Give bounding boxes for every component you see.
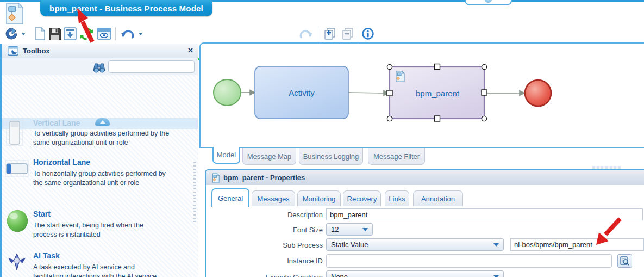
toolbox-item-description: A task executed by AI service and facili… xyxy=(33,263,159,277)
instance-id-label: Instance ID xyxy=(225,257,323,265)
toolbox-item-description: The start event, being fired when the pr… xyxy=(33,221,169,239)
toolbox-item-description: To horizontally group activities perform… xyxy=(33,169,168,188)
vertical-lane-icon xyxy=(6,120,23,148)
toolbox-panel: Toolbox ✕ xyxy=(0,44,198,277)
new-window-minus-icon[interactable] xyxy=(340,27,354,41)
tab-message-map[interactable]: Message Map xyxy=(242,148,296,165)
end-event-node[interactable] xyxy=(525,80,551,106)
toolbar-separator xyxy=(358,27,358,40)
properties-title: bpm_parent - Properties xyxy=(223,174,305,182)
toolbar-separator xyxy=(318,27,318,40)
font-size-label: Font Size xyxy=(225,226,323,234)
properties-panel: bpm_parent - Properties General Messages… xyxy=(205,169,644,277)
description-label: Description xyxy=(225,211,323,219)
font-size-dropdown[interactable]: 12 xyxy=(326,223,373,236)
preview-icon[interactable] xyxy=(96,27,112,41)
tab-annotation[interactable]: Annotation xyxy=(413,190,463,207)
panel-splitter[interactable] xyxy=(193,162,196,223)
toolbox-item-title[interactable]: Start xyxy=(33,210,51,218)
subprocess-node-label: bpm_parent xyxy=(416,89,460,98)
document-title: bpm_parent - Business Process Model xyxy=(49,4,203,13)
tab-recovery[interactable]: Recovery xyxy=(343,190,381,207)
tab-model[interactable]: Model xyxy=(212,147,240,164)
execute-condition-label: Execute Condition xyxy=(225,273,323,277)
toolbox-item-title[interactable]: AI Task xyxy=(33,251,60,260)
toolbox-item-description: To vertically group activities performed… xyxy=(33,129,183,147)
subprocess-node[interactable]: bpm_parent xyxy=(390,67,484,119)
toolbar-separator xyxy=(115,27,116,40)
toolbox-item-list: Vertical Lane To vertically group activi… xyxy=(2,75,198,277)
redo-icon-disabled xyxy=(299,27,313,41)
subprocess-badge-icon xyxy=(396,71,404,82)
sub-process-value-field[interactable] xyxy=(510,238,644,251)
chevron-down-icon xyxy=(493,275,499,277)
subprocess-doc-icon xyxy=(212,173,220,183)
instance-id-field[interactable] xyxy=(326,254,612,268)
toolbox-icon xyxy=(8,46,18,56)
chevron-down-icon xyxy=(493,243,499,247)
tab-monitoring[interactable]: Monitoring xyxy=(297,190,341,207)
lookup-icon xyxy=(620,256,629,266)
sub-process-mode-dropdown[interactable]: Static Value xyxy=(326,238,504,251)
toolbox-item-title[interactable]: Horizontal Lane xyxy=(33,158,90,167)
undo-icon[interactable] xyxy=(121,27,135,41)
horizontal-lane-icon xyxy=(5,160,29,180)
ai-task-icon xyxy=(7,253,27,274)
undo-dropdown-icon[interactable] xyxy=(137,27,145,41)
collapsed-panel-handle[interactable] xyxy=(465,0,512,5)
tab-messages[interactable]: Messages xyxy=(252,190,295,207)
search-binoculars-icon xyxy=(92,60,106,75)
description-field[interactable] xyxy=(326,208,643,220)
refresh-icon[interactable] xyxy=(79,27,93,41)
main-toolbar xyxy=(0,25,644,42)
tab-message-filter[interactable]: Message Filter xyxy=(368,148,425,165)
activity-node-label: Activity xyxy=(289,88,315,97)
sub-process-label: Sub Process xyxy=(225,241,323,249)
activity-node[interactable]: Activity xyxy=(255,66,348,119)
close-icon[interactable]: ✕ xyxy=(187,46,193,54)
document-title-tab[interactable]: bpm_parent - Business Process Model xyxy=(40,0,212,16)
scroll-up-icon[interactable] xyxy=(95,118,110,126)
toolbox-title: Toolbox xyxy=(23,47,50,55)
instance-id-lookup-button[interactable] xyxy=(617,254,632,268)
start-event-node[interactable] xyxy=(214,79,241,106)
tab-business-logging[interactable]: Business Logging xyxy=(299,148,363,165)
new-document-icon[interactable] xyxy=(33,27,47,41)
properties-header: bpm_parent - Properties xyxy=(206,170,644,185)
toolbox-header: Toolbox ✕ xyxy=(2,44,198,58)
chevron-down-icon xyxy=(362,228,368,231)
execute-condition-dropdown[interactable]: None xyxy=(326,270,504,277)
properties-general-content: Description Font Size 12 Sub Process Sta… xyxy=(206,206,644,277)
bpm-editor-window: bpm_parent - Business Process Model xyxy=(0,0,644,277)
tab-general[interactable]: General xyxy=(211,188,249,207)
toolbox-search-row xyxy=(2,58,198,75)
toolbox-item-title[interactable]: Vertical Lane xyxy=(33,119,80,127)
save-icon[interactable] xyxy=(48,27,62,41)
tab-links[interactable]: Links xyxy=(385,190,409,207)
check-in-icon[interactable] xyxy=(63,27,77,41)
new-window-plus-icon[interactable] xyxy=(322,27,336,41)
collapsed-panel-dot-icon xyxy=(485,0,492,3)
process-model-canvas[interactable]: Activity bpm_parent xyxy=(199,42,644,148)
start-event-icon xyxy=(6,209,29,235)
toolbox-search-input[interactable] xyxy=(108,60,195,73)
navigate-dropdown-icon[interactable] xyxy=(20,27,27,41)
bpm-document-icon xyxy=(4,2,25,27)
info-icon[interactable] xyxy=(361,27,375,41)
navigate-back-icon[interactable] xyxy=(4,27,18,41)
